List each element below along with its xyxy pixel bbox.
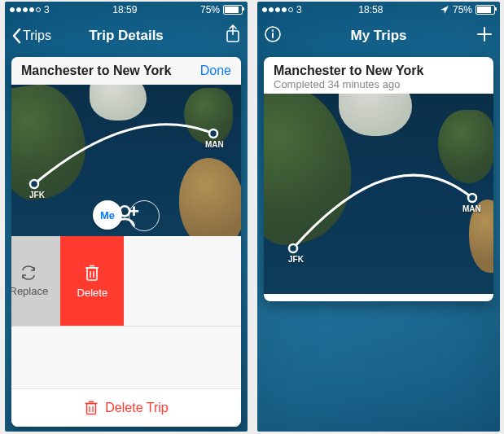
trip-title: Manchester to New York: [274, 64, 484, 78]
segment-row[interactable]: o New York ived 34 minutes ago JFK 13:25: [11, 236, 241, 327]
page-title: Trip Details: [60, 28, 192, 44]
origin-code-label: MAN: [205, 140, 224, 149]
replace-label: Replace: [11, 285, 48, 297]
trip-title: Manchester to New York: [21, 64, 171, 78]
delete-label: Delete: [77, 287, 108, 299]
svg-rect-7: [87, 268, 97, 280]
dest-code-label: JFK: [29, 191, 45, 199]
trash-icon: [84, 400, 99, 416]
svg-point-22: [289, 244, 297, 252]
svg-rect-12: [87, 404, 96, 414]
add-trip-button[interactable]: [476, 25, 493, 46]
flight-path-icon: [264, 94, 493, 294]
battery-pct-label: 75%: [453, 4, 472, 15]
done-button[interactable]: Done: [200, 64, 231, 78]
phone-trip-details: 3 18:59 75% Trips Trip Details M: [5, 2, 248, 432]
status-bar: 3 18:59 75%: [5, 2, 248, 18]
replace-icon: [20, 265, 37, 280]
trip-card: Manchester to New York Done JFK MAN Me: [11, 57, 241, 427]
svg-point-2: [30, 180, 38, 188]
delete-trip-button[interactable]: Delete Trip: [11, 388, 241, 427]
battery-icon: [223, 5, 243, 15]
location-icon: [440, 5, 449, 15]
replace-button[interactable]: Replace: [11, 236, 60, 326]
plus-icon: [476, 25, 493, 43]
add-traveller-button[interactable]: [129, 200, 160, 231]
status-bar: 3 18:58 75%: [257, 2, 500, 18]
battery-icon: [476, 5, 495, 15]
phone-my-trips: 3 18:58 75% My Trips: [257, 2, 500, 432]
info-icon: [264, 25, 282, 43]
info-button[interactable]: [264, 25, 282, 46]
trip-subtitle: Completed 34 minutes ago: [274, 78, 484, 90]
trip-map[interactable]: JFK MAN Me: [11, 85, 241, 236]
chevron-left-icon: [11, 28, 21, 44]
carrier-label: 3: [296, 4, 302, 15]
clock-label: 18:58: [358, 4, 383, 15]
share-icon: [225, 24, 241, 44]
carrier-label: 3: [44, 4, 50, 15]
back-button[interactable]: Trips: [11, 28, 60, 44]
svg-point-4: [120, 206, 129, 216]
battery-pct-label: 75%: [200, 4, 220, 15]
svg-point-3: [209, 129, 217, 138]
delete-trip-label: Delete Trip: [105, 401, 168, 415]
back-label: Trips: [23, 28, 51, 43]
nav-bar: Trips Trip Details: [5, 18, 248, 54]
trash-icon: [84, 264, 100, 282]
signal-dots-icon: [262, 7, 293, 12]
origin-code-label: MAN: [462, 204, 481, 213]
share-button[interactable]: [225, 24, 241, 47]
delete-segment-button[interactable]: Delete: [60, 236, 124, 326]
dest-code-label: JFK: [288, 255, 304, 264]
clock-label: 18:59: [112, 4, 137, 15]
nav-bar: My Trips: [257, 18, 500, 54]
trip-summary-card[interactable]: Manchester to New York Completed 34 minu…: [264, 57, 493, 301]
add-person-icon: [93, 200, 160, 231]
signal-dots-icon: [10, 7, 41, 12]
svg-point-18: [272, 29, 274, 31]
svg-rect-19: [272, 33, 274, 38]
page-title: My Trips: [313, 28, 445, 44]
svg-point-23: [468, 194, 476, 202]
trip-map: JFK MAN: [264, 94, 493, 294]
